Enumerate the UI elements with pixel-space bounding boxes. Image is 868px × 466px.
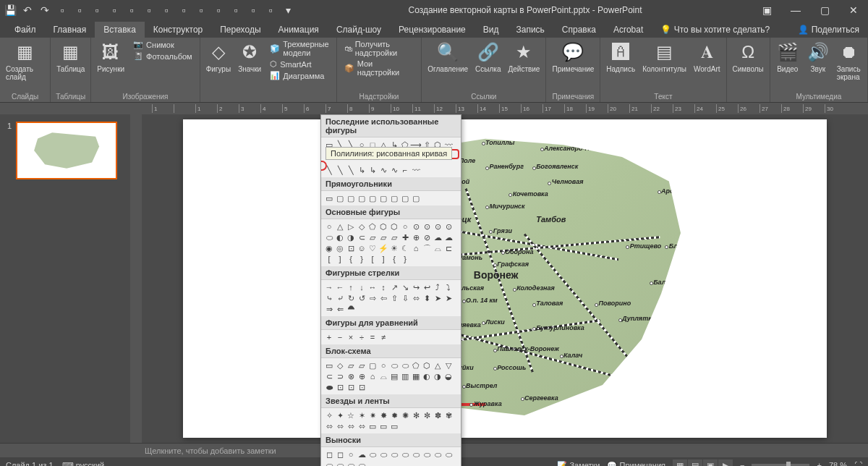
shape-item[interactable]: [ bbox=[324, 254, 334, 264]
shape-item[interactable]: ⬬ bbox=[324, 382, 334, 392]
video-button[interactable]: 🎬Видео bbox=[775, 39, 801, 75]
notes-toggle[interactable]: 📝 Заметки bbox=[557, 461, 600, 467]
shape-item[interactable]: △ bbox=[433, 360, 443, 370]
slide-counter[interactable]: Слайд 1 из 1 bbox=[6, 461, 54, 466]
shape-item[interactable]: ✹ bbox=[389, 410, 399, 420]
audio-button[interactable]: 🔊Звук bbox=[805, 39, 831, 75]
shape-item[interactable]: ⊙ bbox=[433, 221, 443, 232]
shape-item[interactable]: ⇧ bbox=[389, 293, 399, 303]
chart-button[interactable]: 📊 Диаграмма bbox=[267, 70, 332, 81]
shape-item[interactable]: ⯊ bbox=[346, 304, 356, 314]
undo-icon[interactable]: ↶ bbox=[20, 3, 35, 17]
symbols-button[interactable]: ΩСимволы bbox=[731, 39, 765, 75]
shape-item[interactable]: ▢ bbox=[367, 360, 378, 370]
shape-item[interactable]: ⬭ bbox=[346, 460, 356, 466]
tab-view[interactable]: Вид bbox=[475, 22, 508, 38]
shape-item[interactable]: ♡ bbox=[367, 243, 378, 253]
tab-recording[interactable]: Запись bbox=[507, 22, 553, 38]
shape-item[interactable]: ✾ bbox=[443, 410, 454, 420]
qat-icon[interactable]: ▫ bbox=[263, 3, 278, 17]
shape-item[interactable]: ☾ bbox=[400, 243, 410, 253]
tab-transitions[interactable]: Переходы bbox=[211, 22, 269, 38]
shape-item[interactable]: ➤ bbox=[433, 293, 443, 303]
screenshot-button[interactable]: 📷 Снимок bbox=[130, 39, 195, 50]
shape-item[interactable]: ◑ bbox=[433, 371, 443, 381]
shape-item[interactable]: ◑ bbox=[346, 232, 356, 242]
qat-icon[interactable]: ▫ bbox=[176, 3, 191, 17]
tab-help[interactable]: Справка bbox=[553, 22, 605, 38]
shape-item[interactable]: = bbox=[367, 332, 378, 342]
table-button[interactable]: ▦Таблица bbox=[55, 39, 86, 75]
shape-item[interactable]: ⬭ bbox=[335, 460, 345, 466]
shape-item[interactable]: ⌂ bbox=[411, 243, 421, 253]
shape-item[interactable]: ⬭ bbox=[389, 449, 399, 459]
shape-item[interactable]: ⬭ bbox=[400, 449, 410, 459]
shape-item[interactable]: ⬭ bbox=[443, 449, 454, 459]
shape-item[interactable]: ← bbox=[335, 282, 345, 292]
shape-item[interactable]: ✧ bbox=[324, 410, 334, 420]
textbox-button[interactable]: 🅰Надпись bbox=[605, 39, 637, 75]
shape-item[interactable]: ⚡ bbox=[378, 243, 388, 253]
shape-item[interactable]: ⊂ bbox=[324, 371, 334, 381]
shape-item[interactable]: ⬭ bbox=[324, 460, 334, 466]
shape-item[interactable]: ➤ bbox=[443, 293, 454, 303]
icons-button[interactable]: ✪Значки bbox=[237, 39, 263, 75]
qat-dropdown-icon[interactable]: ▾ bbox=[281, 3, 295, 17]
qat-icon[interactable]: ▫ bbox=[229, 3, 243, 17]
shape-item[interactable]: ⬭ bbox=[422, 449, 432, 459]
normal-view-icon[interactable]: ▦ bbox=[673, 459, 687, 466]
tell-me-search[interactable]: 💡 Что вы хотите сделать? bbox=[652, 22, 778, 38]
shape-item[interactable]: ] bbox=[335, 254, 345, 264]
zoom-thumb[interactable] bbox=[786, 462, 791, 466]
shape-item[interactable]: ↺ bbox=[357, 293, 367, 303]
shape-item[interactable]: ⬭ bbox=[433, 449, 443, 459]
shape-item[interactable]: ▢ bbox=[411, 193, 421, 203]
qat-icon[interactable]: ▫ bbox=[55, 3, 69, 17]
qat-icon[interactable]: ▫ bbox=[194, 3, 208, 17]
language-status[interactable]: ⌨ русский bbox=[62, 461, 105, 467]
qat-icon[interactable]: ▫ bbox=[72, 3, 87, 17]
shape-item[interactable]: ▢ bbox=[378, 193, 388, 203]
shape-item[interactable]: ⬄ bbox=[411, 293, 421, 303]
header-footer-button[interactable]: ▤Колонтитулы bbox=[641, 39, 688, 75]
shape-item[interactable]: ▢ bbox=[389, 193, 399, 203]
shape-item[interactable]: ↓ bbox=[357, 282, 367, 292]
shape-item[interactable]: ⬭ bbox=[324, 232, 334, 242]
shape-item[interactable]: ↕ bbox=[378, 282, 388, 292]
shape-item[interactable]: ↔ bbox=[367, 282, 378, 292]
shape-item[interactable]: ◐ bbox=[335, 232, 345, 242]
shape-item[interactable]: ⊡ bbox=[346, 382, 356, 392]
shape-item[interactable]: ▭ bbox=[378, 421, 388, 431]
shape-item[interactable]: ↳ bbox=[367, 165, 378, 175]
shape-item[interactable]: ⊏ bbox=[443, 243, 454, 253]
shape-item[interactable]: ▷ bbox=[346, 221, 356, 232]
shape-item[interactable]: ÷ bbox=[357, 332, 367, 342]
shape-item[interactable]: ∿ bbox=[389, 165, 399, 175]
shape-item[interactable]: ☁ bbox=[443, 232, 454, 242]
shape-item[interactable]: ⬭ bbox=[367, 449, 378, 459]
shape-item[interactable]: } bbox=[400, 254, 410, 264]
tab-design[interactable]: Конструктор bbox=[145, 22, 211, 38]
qat-icon[interactable]: ▫ bbox=[211, 3, 226, 17]
shape-item[interactable]: ⊡ bbox=[335, 382, 345, 392]
shape-item[interactable]: ⊙ bbox=[443, 221, 454, 232]
shape-item[interactable]: ⬍ bbox=[422, 293, 432, 303]
shape-item[interactable]: { bbox=[389, 254, 399, 264]
shape-item[interactable]: ▢ bbox=[357, 193, 367, 203]
smartart-button[interactable]: ⬡ SmartArt bbox=[267, 59, 332, 69]
shape-item[interactable]: ✷ bbox=[367, 410, 378, 420]
shape-item[interactable]: ▢ bbox=[367, 193, 378, 203]
shape-item[interactable]: ◇ bbox=[335, 360, 345, 370]
shape-item[interactable]: ⊙ bbox=[422, 221, 432, 232]
shape-item[interactable]: ○ bbox=[378, 360, 388, 370]
shape-item[interactable]: ⇨ bbox=[367, 293, 378, 303]
shape-item[interactable]: ⌓ bbox=[433, 243, 443, 253]
qat-icon[interactable]: ▫ bbox=[142, 3, 156, 17]
shape-item[interactable]: ⬄ bbox=[335, 421, 345, 431]
shape-item[interactable]: ↗ bbox=[389, 282, 399, 292]
photo-album-button[interactable]: 📓 Фотоальбом bbox=[130, 51, 195, 62]
shape-item[interactable]: ▭ bbox=[324, 360, 334, 370]
shape-item[interactable]: ✼ bbox=[422, 410, 432, 420]
tab-acrobat[interactable]: Acrobat bbox=[605, 22, 652, 38]
shape-item[interactable]: ↘ bbox=[400, 282, 410, 292]
